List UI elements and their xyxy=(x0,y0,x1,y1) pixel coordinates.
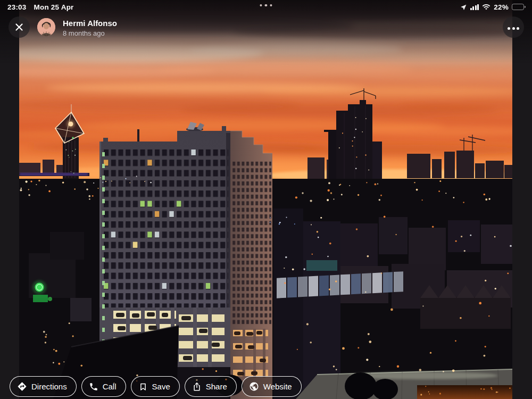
close-button[interactable] xyxy=(9,16,30,38)
close-icon xyxy=(14,22,24,32)
author-name: Hermi Alfonso xyxy=(63,19,117,28)
directions-button[interactable]: Directions xyxy=(10,376,77,397)
save-button[interactable]: Save xyxy=(131,376,180,397)
cellular-signal-icon xyxy=(470,4,479,10)
save-icon xyxy=(138,382,148,392)
more-options-button[interactable] xyxy=(503,16,524,38)
letterbox-left xyxy=(0,0,19,399)
share-button[interactable]: Share xyxy=(185,376,237,397)
avatar-portrait xyxy=(37,18,55,36)
call-icon xyxy=(89,382,98,392)
wifi-icon xyxy=(482,4,491,10)
website-button[interactable]: Website xyxy=(242,376,302,397)
call-button[interactable]: Call xyxy=(81,376,126,397)
share-label: Share xyxy=(206,382,227,391)
call-label: Call xyxy=(103,382,117,391)
directions-icon xyxy=(17,381,27,392)
battery-percent: 22% xyxy=(494,3,509,11)
share-icon xyxy=(192,382,202,392)
more-options-icon xyxy=(507,22,520,32)
photo-viewer-background: 23:03 Mon 25 Apr 22% xyxy=(0,0,532,399)
location-arrow-icon xyxy=(460,4,467,11)
letterbox-right xyxy=(512,0,532,399)
status-date: Mon 25 Apr xyxy=(34,3,74,11)
website-label: Website xyxy=(263,382,292,391)
tower-right-flank xyxy=(230,131,272,399)
drag-handle-dots-icon[interactable] xyxy=(260,4,272,6)
battery-icon xyxy=(512,4,526,10)
status-time: 23:03 xyxy=(7,3,27,11)
photo[interactable] xyxy=(19,0,512,399)
action-bar: Directions Call Save Share xyxy=(10,376,302,397)
rowhouses xyxy=(420,285,511,329)
photo-age: 8 months ago xyxy=(63,29,105,37)
save-label: Save xyxy=(152,382,170,391)
avatar[interactable] xyxy=(37,18,55,36)
website-icon xyxy=(249,381,259,392)
directions-label: Directions xyxy=(31,382,67,391)
